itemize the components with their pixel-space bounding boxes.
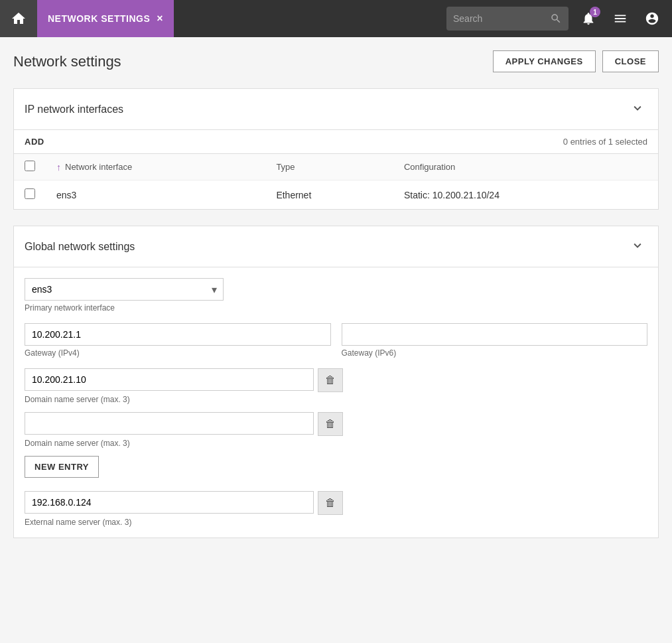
page-header: Network settings APPLY CHANGES CLOSE [13, 50, 659, 72]
topbar-icons: 1 [574, 0, 672, 37]
dns-server-2-input[interactable] [25, 412, 314, 435]
row-type: Ethernet [265, 180, 393, 210]
apply-changes-button[interactable]: APPLY CHANGES [493, 50, 596, 72]
network-interface-header: ↑ Network interface [46, 154, 265, 180]
row-checkbox[interactable] [25, 188, 35, 199]
dns-server-2-group: 🗑 Domain name server (max. 3) [25, 412, 343, 448]
row-name: ens3 [46, 180, 265, 210]
external-nameserver-label: External name server (max. 3) [25, 518, 343, 527]
select-all-header [14, 154, 46, 180]
tab-label: NETWORK SETTINGS [48, 13, 150, 24]
ip-section-title: IP network interfaces [25, 104, 123, 115]
main-content: Network settings APPLY CHANGES CLOSE IP … [0, 37, 672, 643]
user-icon [645, 11, 659, 26]
table-info: 0 entries of 1 selected [563, 137, 647, 147]
gateway-ipv4-input[interactable] [25, 323, 331, 346]
menu-icon [613, 11, 628, 26]
primary-interface-label: Primary network interface [25, 303, 224, 313]
primary-interface-dropdown-wrap: ens3 ▾ [25, 278, 224, 301]
notification-badge: 1 [590, 7, 600, 17]
row-config: Static: 10.200.21.10/24 [393, 180, 658, 210]
tab-close-button[interactable]: × [157, 13, 163, 24]
ip-network-interfaces-section: IP network interfaces ADD 0 entries of 1… [13, 88, 659, 210]
ip-section-collapse-button[interactable] [628, 98, 647, 120]
primary-interface-select[interactable]: ens3 [25, 278, 224, 301]
page-title: Network settings [13, 53, 121, 70]
network-settings-tab[interactable]: NETWORK SETTINGS × [37, 0, 174, 37]
menu-button[interactable] [606, 4, 635, 33]
global-network-settings-section: Global network settings ens3 ▾ Primary n… [13, 226, 659, 538]
ip-section-header: IP network interfaces [14, 89, 658, 130]
home-icon [11, 11, 27, 27]
user-button[interactable] [638, 4, 667, 33]
sort-icon: ↑ [56, 162, 61, 173]
search-icon [550, 13, 562, 25]
global-section-collapse-button[interactable] [628, 236, 647, 257]
gateway-row: Gateway (IPv4) Gateway (IPv6) [25, 323, 647, 358]
external-nameserver-row: 🗑 [25, 491, 343, 515]
topbar-spacer [174, 0, 441, 37]
notifications-button[interactable]: 1 [574, 4, 603, 33]
gateway-ipv6-input[interactable] [342, 323, 648, 346]
primary-interface-group: ens3 ▾ Primary network interface [25, 278, 224, 313]
dns-server-1-label: Domain name server (max. 3) [25, 395, 343, 404]
close-button[interactable]: CLOSE [602, 50, 659, 72]
dns-server-1-delete-button[interactable]: 🗑 [318, 368, 343, 392]
configuration-header: Configuration [393, 154, 658, 180]
table-row: ens3 Ethernet Static: 10.200.21.10/24 [14, 180, 658, 210]
select-all-checkbox[interactable] [25, 161, 35, 171]
gateway-ipv6-group: Gateway (IPv6) [342, 323, 648, 358]
chevron-down-icon [630, 101, 645, 115]
dns-server-2-row: 🗑 [25, 412, 343, 436]
trash-icon-3: 🗑 [325, 497, 336, 509]
trash-icon: 🗑 [325, 374, 336, 386]
gateway-ipv4-group: Gateway (IPv4) [25, 323, 331, 358]
topbar: NETWORK SETTINGS × 1 [0, 0, 672, 37]
dns-server-1-group: 🗑 Domain name server (max. 3) [25, 368, 343, 404]
dns-server-2-label: Domain name server (max. 3) [25, 439, 343, 448]
header-buttons: APPLY CHANGES CLOSE [493, 50, 659, 72]
search-container [446, 7, 569, 31]
external-nameserver-group: 🗑 External name server (max. 3) [25, 491, 343, 527]
external-nameserver-delete-button[interactable]: 🗑 [318, 491, 343, 515]
type-header: Type [265, 154, 393, 180]
home-button[interactable] [0, 0, 37, 37]
dns-server-2-delete-button[interactable]: 🗑 [318, 412, 343, 436]
dns-server-1-row: 🗑 [25, 368, 343, 392]
trash-icon-2: 🗑 [325, 418, 336, 430]
chevron-down-icon [630, 238, 645, 253]
row-checkbox-cell [14, 180, 46, 210]
ip-table: ↑ Network interface Type Configuration [14, 154, 658, 209]
search-input[interactable] [453, 13, 546, 24]
global-section-title: Global network settings [25, 241, 135, 253]
dns-server-1-input[interactable] [25, 368, 314, 391]
global-form: ens3 ▾ Primary network interface Gateway… [14, 267, 658, 537]
add-button[interactable]: ADD [25, 137, 44, 147]
gateway-ipv6-label: Gateway (IPv6) [342, 348, 648, 358]
table-toolbar: ADD 0 entries of 1 selected [14, 130, 658, 154]
new-entry-button[interactable]: NEW ENTRY [25, 456, 99, 478]
gateway-ipv4-label: Gateway (IPv4) [25, 348, 331, 358]
external-nameserver-input[interactable] [25, 491, 314, 514]
global-section-header: Global network settings [14, 226, 658, 267]
